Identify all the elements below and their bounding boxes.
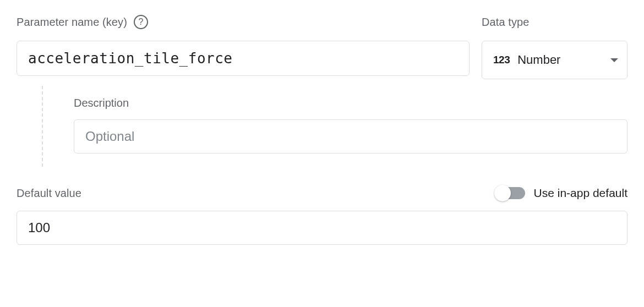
parameter-name-label: Parameter name (key) (17, 16, 127, 29)
default-value-input[interactable] (17, 211, 627, 245)
data-type-label: Data type (482, 16, 530, 29)
parameter-name-input[interactable] (17, 41, 470, 76)
description-label: Description (74, 97, 627, 109)
use-in-app-default-label: Use in-app default (534, 187, 627, 200)
use-in-app-default-toggle[interactable] (496, 187, 525, 199)
data-type-selected: Number (517, 53, 603, 67)
tree-line (42, 86, 43, 167)
number-type-icon: 123 (493, 54, 510, 66)
data-type-dropdown[interactable]: 123 Number (482, 41, 627, 79)
chevron-down-icon (610, 58, 618, 62)
default-value-label: Default value (17, 187, 81, 200)
help-icon[interactable]: ? (134, 15, 148, 29)
description-input[interactable] (74, 119, 627, 154)
